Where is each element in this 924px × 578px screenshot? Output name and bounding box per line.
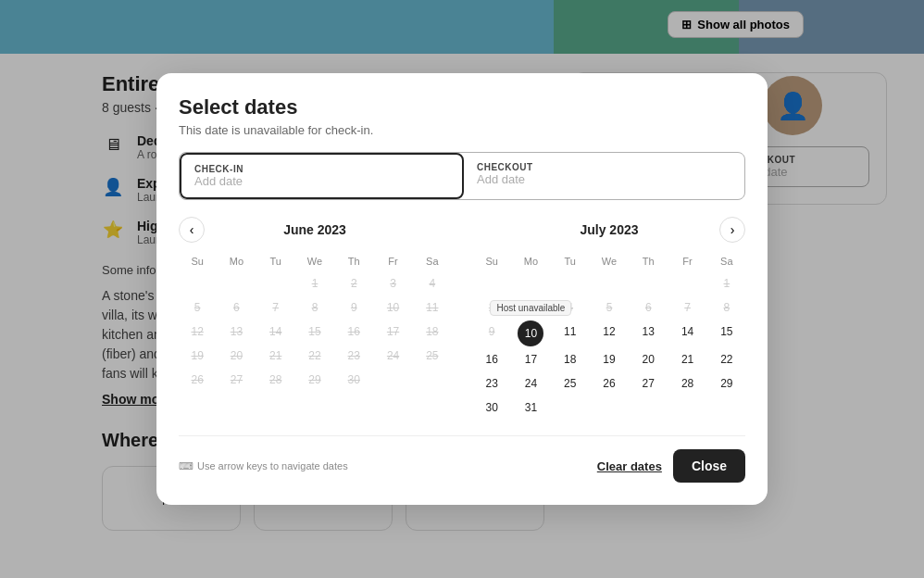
calendar-day: 1 xyxy=(296,272,333,295)
calendar-day: 7 xyxy=(668,296,705,319)
calendar-day[interactable]: 19 xyxy=(591,348,628,371)
calendar-july-header: July 2023 › xyxy=(473,217,745,243)
calendar-day[interactable]: 21 xyxy=(668,348,705,371)
calendar-day: 5 xyxy=(591,296,628,319)
july-month-title: July 2023 xyxy=(580,222,638,237)
calendar-day[interactable]: 11 xyxy=(552,320,589,346)
day-header: Tu xyxy=(257,252,294,270)
empty-day: . xyxy=(668,272,705,295)
calendar-june-header: ‹ June 2023 xyxy=(179,217,451,243)
calendar-day: 8 xyxy=(296,296,333,319)
calendar-day: 21 xyxy=(257,345,294,367)
calendar-day: 24 xyxy=(374,345,411,367)
calendar-day: 6 xyxy=(630,296,667,319)
footer-actions: Clear dates Close xyxy=(597,449,745,483)
calendar-day: 26 xyxy=(179,369,216,391)
keyboard-hint-text: Use arrow keys to navigate dates xyxy=(197,460,348,471)
calendar-day: 22 xyxy=(296,345,333,367)
keyboard-hint: ⌨ Use arrow keys to navigate dates xyxy=(179,460,348,472)
calendar-day[interactable]: 18 xyxy=(552,348,589,371)
july-grid: SuMoTuWeThFrSa......123456789Host unavai… xyxy=(473,252,745,419)
calendar-day: 5 xyxy=(179,296,216,319)
calendar-day: 19 xyxy=(179,345,216,367)
calendar-day: 2 xyxy=(335,272,372,295)
cal-checkin-value: Add date xyxy=(194,174,449,188)
calendar-day[interactable]: 22 xyxy=(708,348,745,371)
calendar-day[interactable]: 12 xyxy=(591,320,628,346)
cal-checkin-label: CHECK-IN xyxy=(194,164,449,174)
calendar-day[interactable]: 15 xyxy=(708,320,745,346)
calendar-day[interactable]: 20 xyxy=(630,348,667,371)
day-header: Th xyxy=(335,252,372,270)
calendar-day[interactable]: 26 xyxy=(591,372,628,395)
calendar-day[interactable]: 13 xyxy=(630,320,667,346)
calendar-day[interactable]: 31 xyxy=(512,396,549,419)
calendar-day: 10 xyxy=(374,296,411,319)
calendar-day: 15 xyxy=(296,320,333,343)
empty-day: . xyxy=(512,272,549,295)
calendar-day: 14 xyxy=(257,320,294,343)
calendar-day[interactable]: Host unavailable10 xyxy=(518,320,543,346)
calendar-day: 9 xyxy=(473,320,510,346)
calendar-day: 30 xyxy=(335,369,372,391)
calendar-day: 18 xyxy=(414,320,451,343)
calendar-day[interactable]: 17 xyxy=(512,348,549,371)
calendar-day[interactable]: 29 xyxy=(708,372,745,395)
calendar-day[interactable]: 30 xyxy=(473,396,510,419)
calendar-day: 28 xyxy=(257,369,294,391)
day-header: Mo xyxy=(512,252,549,270)
clear-dates-button[interactable]: Clear dates xyxy=(597,449,662,483)
calendar-day[interactable]: 28 xyxy=(668,372,705,395)
empty-day: . xyxy=(473,272,510,295)
calendar-day: 6 xyxy=(218,296,255,319)
empty-day: . xyxy=(630,272,667,295)
calendar-day: 25 xyxy=(414,345,451,367)
day-header: Tu xyxy=(552,252,589,270)
calendar-day: 17 xyxy=(374,320,411,343)
calendar-july: July 2023 › SuMoTuWeThFrSa......12345678… xyxy=(473,217,745,419)
calendar-day: 11 xyxy=(414,296,451,319)
next-month-button[interactable]: › xyxy=(719,217,745,243)
calendar-day: 16 xyxy=(335,320,372,343)
calendar-day[interactable]: 14 xyxy=(668,320,705,346)
empty-day: . xyxy=(552,272,589,295)
cal-checkin-box[interactable]: CHECK-IN Add date xyxy=(180,153,464,199)
keyboard-icon: ⌨ xyxy=(179,460,194,472)
calendar-day[interactable]: 23 xyxy=(473,372,510,395)
empty-day: . xyxy=(257,272,294,295)
calendar-day: 20 xyxy=(218,345,255,367)
day-header: Su xyxy=(473,252,510,270)
day-header: We xyxy=(591,252,628,270)
calendar-day: 7 xyxy=(257,296,294,319)
calendar-day[interactable]: 27 xyxy=(630,372,667,395)
calendar-day: 27 xyxy=(218,369,255,391)
calendar-day: 29 xyxy=(296,369,333,391)
cal-checkout-box[interactable]: CHECKOUT Add date xyxy=(464,153,744,199)
prev-month-button[interactable]: ‹ xyxy=(179,217,205,243)
day-header: Su xyxy=(179,252,216,270)
empty-day: . xyxy=(218,272,255,295)
cal-checkout-label: CHECKOUT xyxy=(477,162,731,172)
close-button[interactable]: Close xyxy=(673,449,745,483)
calendar-day: 4 xyxy=(414,272,451,295)
june-month-title: June 2023 xyxy=(283,222,346,237)
day-header: We xyxy=(296,252,333,270)
calendar-footer: ⌨ Use arrow keys to navigate dates Clear… xyxy=(179,435,745,483)
empty-day: . xyxy=(591,272,628,295)
empty-day: . xyxy=(179,272,216,295)
june-grid: SuMoTuWeThFrSa...12345678910111213141516… xyxy=(179,252,451,391)
day-header: Sa xyxy=(708,252,745,270)
host-unavailable-badge: Host unavailable xyxy=(490,300,571,316)
calendar-day[interactable]: 25 xyxy=(552,372,589,395)
calendar-day[interactable]: 16 xyxy=(473,348,510,371)
calendar-day: 13 xyxy=(218,320,255,343)
calendar-day: 9 xyxy=(335,296,372,319)
calendar-modal-subtitle: This date is unavailable for check-in. xyxy=(179,123,745,137)
day-header: Fr xyxy=(374,252,411,270)
calendar-june: ‹ June 2023 SuMoTuWeThFrSa...12345678910… xyxy=(179,217,451,419)
calendar-day[interactable]: 24 xyxy=(512,372,549,395)
calendar-date-inputs: CHECK-IN Add date CHECKOUT Add date xyxy=(179,152,745,200)
day-header: Th xyxy=(630,252,667,270)
calendar-modal-title: Select dates xyxy=(179,95,745,119)
day-header: Sa xyxy=(414,252,451,270)
